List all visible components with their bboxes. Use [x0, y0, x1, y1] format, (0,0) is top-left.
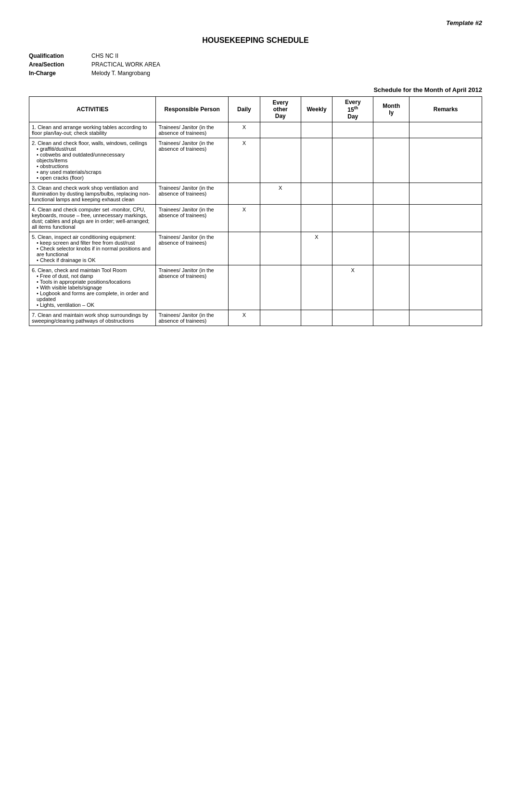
col-header-weekly: Weekly: [301, 97, 332, 122]
schedule-table: ACTIVITIES Responsible Person Daily Ever…: [29, 96, 482, 326]
daily-cell: X: [229, 122, 260, 138]
activity-number: 4. Clean and check computer set -monitor…: [32, 207, 150, 230]
remarks-cell: [409, 183, 482, 205]
daily-cell: [229, 265, 260, 310]
col-header-monthly: Monthly: [373, 97, 409, 122]
qualification-row: Qualification CHS NC II: [29, 52, 482, 59]
activity-number: 6. Clean, check and maintain Tool Room: [32, 267, 127, 273]
everyother-cell: [260, 122, 301, 138]
weekly-cell: [301, 205, 332, 232]
activity-cell: 7. Clean and maintain work shop surround…: [29, 310, 156, 326]
col-header-remarks: Remarks: [409, 97, 482, 122]
area-value: PRACTICAL WORK AREA: [91, 61, 160, 68]
remarks-cell: [409, 265, 482, 310]
responsible-cell: Trainees/ Janitor (in the absence of tra…: [156, 138, 229, 183]
activity-number: 7. Clean and maintain work shop surround…: [32, 312, 148, 324]
area-row: Area/Section PRACTICAL WORK AREA: [29, 61, 482, 68]
everyother-cell: X: [260, 183, 301, 205]
remarks-cell: [409, 122, 482, 138]
table-row: 5. Clean, inspect air conditioning equip…: [29, 232, 482, 265]
every15-cell: [332, 122, 373, 138]
activity-number: 5. Clean, inspect air conditioning equip…: [32, 234, 136, 240]
col-header-every15: Every15thDay: [332, 97, 373, 122]
incharge-value: Melody T. Mangrobang: [91, 70, 150, 77]
responsible-cell: Trainees/ Janitor (in the absence of tra…: [156, 265, 229, 310]
area-label: Area/Section: [29, 61, 91, 68]
every15-cell: [332, 183, 373, 205]
bullet-item: Free of dust, not damp: [37, 273, 153, 279]
bullet-item: With visible labels/signage: [37, 285, 153, 290]
activity-cell: 4. Clean and check computer set -monitor…: [29, 205, 156, 232]
remarks-cell: [409, 205, 482, 232]
activity-cell: 1. Clean and arrange working tables acco…: [29, 122, 156, 138]
bullet-item: Check selector knobs if in normal positi…: [37, 246, 153, 257]
activity-cell: 3. Clean and check work shop ventilation…: [29, 183, 156, 205]
bullet-item: Tools in appropriate positions/locations: [37, 279, 153, 285]
weekly-cell: [301, 265, 332, 310]
responsible-cell: Trainees/ Janitor (in the absence of tra…: [156, 232, 229, 265]
responsible-cell: Trainees/ Janitor (in the absence of tra…: [156, 183, 229, 205]
weekly-cell: [301, 122, 332, 138]
every15-cell: [332, 310, 373, 326]
everyother-cell: [260, 310, 301, 326]
col-header-responsible: Responsible Person: [156, 97, 229, 122]
bullet-item: obstructions: [37, 163, 153, 169]
activity-cell: 2. Clean and check floor, walls, windows…: [29, 138, 156, 183]
monthly-cell: [373, 205, 409, 232]
qualification-value: CHS NC II: [91, 52, 118, 59]
incharge-label: In-Charge: [29, 70, 91, 77]
monthly-cell: [373, 265, 409, 310]
monthly-cell: [373, 138, 409, 183]
monthly-cell: [373, 310, 409, 326]
bullet-item: any used materials/scraps: [37, 169, 153, 175]
responsible-cell: Trainees/ Janitor (in the absence of tra…: [156, 205, 229, 232]
weekly-cell: [301, 310, 332, 326]
responsible-cell: Trainees/ Janitor (in the absence of tra…: [156, 122, 229, 138]
everyother-cell: [260, 138, 301, 183]
daily-cell: [229, 232, 260, 265]
activity-number: 3. Clean and check work shop ventilation…: [32, 185, 150, 202]
page-title: HOUSEKEEPING SCHEDULE: [29, 36, 482, 45]
monthly-cell: [373, 183, 409, 205]
bullet-item: Check if drainage is OK: [37, 257, 153, 263]
every15-cell: X: [332, 265, 373, 310]
bullet-item: open cracks (floor): [37, 175, 153, 181]
monthly-cell: [373, 122, 409, 138]
incharge-row: In-Charge Melody T. Mangrobang: [29, 70, 482, 77]
every15-cell: [332, 205, 373, 232]
activity-number: 1. Clean and arrange working tables acco…: [32, 124, 147, 136]
table-row: 3. Clean and check work shop ventilation…: [29, 183, 482, 205]
everyother-cell: [260, 232, 301, 265]
weekly-cell: [301, 138, 332, 183]
bullet-item: cobwebs and outdated/unnecessary objects…: [37, 152, 153, 163]
everyother-cell: [260, 265, 301, 310]
schedule-header: Schedule for the Month of April 2012: [29, 86, 482, 93]
remarks-cell: [409, 138, 482, 183]
activity-number: 2. Clean and check floor, walls, windows…: [32, 140, 147, 146]
activity-cell: 6. Clean, check and maintain Tool RoomFr…: [29, 265, 156, 310]
bullet-item: keep screen and filter free from dust/ru…: [37, 240, 153, 246]
col-header-activities: ACTIVITIES: [29, 97, 156, 122]
col-header-daily: Daily: [229, 97, 260, 122]
col-header-everyother: EveryotherDay: [260, 97, 301, 122]
table-row: 1. Clean and arrange working tables acco…: [29, 122, 482, 138]
table-row: 6. Clean, check and maintain Tool RoomFr…: [29, 265, 482, 310]
daily-cell: X: [229, 310, 260, 326]
every15-cell: [332, 138, 373, 183]
qualification-label: Qualification: [29, 52, 91, 59]
monthly-cell: [373, 232, 409, 265]
everyother-cell: [260, 205, 301, 232]
remarks-cell: [409, 310, 482, 326]
template-label: Template #2: [29, 19, 482, 26]
table-row: 7. Clean and maintain work shop surround…: [29, 310, 482, 326]
activity-cell: 5. Clean, inspect air conditioning equip…: [29, 232, 156, 265]
bullet-item: graffiti/dust/rust: [37, 146, 153, 152]
remarks-cell: [409, 232, 482, 265]
daily-cell: X: [229, 138, 260, 183]
table-row: 4. Clean and check computer set -monitor…: [29, 205, 482, 232]
bullet-item: Lights, ventilation – OK: [37, 302, 153, 308]
weekly-cell: X: [301, 232, 332, 265]
every15-cell: [332, 232, 373, 265]
weekly-cell: [301, 183, 332, 205]
table-row: 2. Clean and check floor, walls, windows…: [29, 138, 482, 183]
